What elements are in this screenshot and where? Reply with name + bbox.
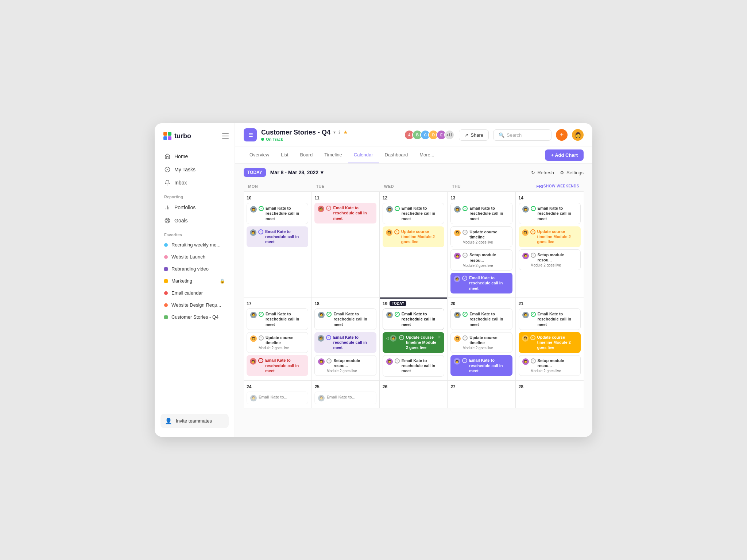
task-card[interactable]: 🧑 ✓ Update course timeline Module 2 goes… [519,332,581,353]
hamburger-icon[interactable] [222,133,229,139]
on-track-status: On Track [261,137,348,141]
sidebar-item-fav5[interactable]: Email calendar [160,287,229,299]
task-avatar: 🧑 [250,206,257,213]
task-card[interactable]: 🧑 ✓ Email Kate to reschedule call in mee… [450,308,512,330]
sidebar-item-inbox[interactable]: Inbox [160,176,229,189]
logo-square-3 [163,136,167,140]
cal-cell-14: 14 🧑 ✓ Email Kate to reschedule call in … [516,192,584,297]
add-chart-button[interactable]: + Add Chart [545,149,584,161]
task-card[interactable]: 🧑 ✓ Email Kate to reschedule call in mee… [247,355,308,376]
task-avatar: 🧑 [454,335,461,342]
task-check-icon: ✓ [462,276,467,281]
task-card[interactable]: 🧑 ○ Update course timeline Module 2 goes… [450,226,512,248]
share-button[interactable]: ↗ Share [459,129,489,141]
cal-cell-21: 21 🧑 ✓ Email Kate to reschedule call in … [516,298,584,380]
reporting-label: Reporting [164,195,225,199]
task-card[interactable]: 🧑 ○ Setup module resou... Module 2 goes … [314,355,376,376]
task-avatar: 🧑 [454,206,461,213]
task-text: Setup module resou... [469,252,508,263]
sidebar-item-fav3[interactable]: Rebranding video [160,263,229,275]
task-card[interactable]: 🧑 ✓ Update course timeline Module 2 goes… [450,332,512,353]
task-card[interactable]: 🧑 ✓ Email Kate to reschedule call in mee… [450,203,512,224]
task-card[interactable]: 🧑 ✓ Update course timeline Module 2 goes… [383,226,444,247]
logo-icon [163,132,171,140]
task-card[interactable]: 🧑 ○ Update course timeline Module 2 goes… [247,332,308,353]
sidebar-item-my-tasks[interactable]: My Tasks [160,163,229,176]
task-card[interactable]: 🧑 ✓ Email Kate to reschedule call in mee… [314,332,376,353]
project-icon-button[interactable] [244,128,257,141]
favorites-nav: Recruiting weekly me... Website Launch R… [160,239,229,323]
show-weekends-button[interactable]: FRIShow weekends [516,181,584,191]
task-card[interactable]: 🧑 ○ Email Kate to reschedule call in mee… [383,355,444,377]
sidebar-item-home[interactable]: Home [160,150,229,163]
tab-list[interactable]: List [275,147,294,163]
sidebar-item-fav1[interactable]: Recruiting weekly me... [160,239,229,250]
tab-board[interactable]: Board [294,147,318,163]
chevron-down-icon[interactable]: ▾ [333,130,336,135]
task-check-icon: ✓ [462,206,468,211]
date-range[interactable]: Mar 8 - Mar 28, 2022 ▾ [270,170,323,175]
tab-overview[interactable]: Overview [244,147,275,163]
invite-teammates-button[interactable]: 👤 Invite teammates [160,414,229,428]
cal-cell-17: 17 🧑 ✓ Email Kate to reschedule call in … [244,298,311,380]
settings-icon: ⚙ [560,170,564,175]
task-check-icon: ✓ [259,312,264,317]
star-icon[interactable]: ★ [343,129,348,135]
logo-square-2 [168,132,171,136]
cal-cell-26: 26 [380,381,448,408]
task-card[interactable]: 🧑 ✓ Email Kate to reschedule call in mee… [383,203,444,224]
tab-calendar[interactable]: Calendar [348,147,379,163]
task-card[interactable]: 🧑 Email Kate to... [247,392,308,404]
tab-more[interactable]: More... [414,147,440,163]
tab-dashboard[interactable]: Dashboard [379,147,414,163]
task-avatar: 🧑 [454,253,461,259]
task-card[interactable]: 🧑 ○ Setup module resou... Module 2 goes … [519,355,581,376]
sidebar-item-fav6[interactable]: Website Design Requ... [160,299,229,311]
sidebar-item-portfolios[interactable]: Portfolios [160,201,229,214]
task-card[interactable]: 🧑 ○ Setup module resou... Module 2 goes … [519,249,581,271]
cal-cell-10: 10 🧑 ✓ Email Kate to reschedule call in … [244,192,311,297]
task-card[interactable]: 🧑 Email Kate to... [314,392,376,404]
project-title: Customer Stories - Q4 [261,129,330,136]
settings-button[interactable]: ⚙ Settings [560,170,584,175]
task-avatar: 🧑 [522,312,529,318]
add-button[interactable]: + [556,129,568,141]
task-card[interactable]: 🧑 ✓ Email Kate to reschedule call in mee… [519,203,581,224]
cal-cell-24: 24 🧑 Email Kate to... [244,381,311,408]
task-avatar: 🧑 [522,206,529,213]
task-check-icon: ○ [530,229,535,234]
task-card[interactable]: 🧑 ✓ Email Kate to reschedule call in mee… [314,308,376,330]
today-button[interactable]: TODAY [244,168,266,177]
task-card[interactable]: 🧑 ✓ Email Kate to reschedule call in mee… [247,308,308,330]
sidebar-item-fav4[interactable]: Marketing 🔒 [160,275,229,287]
task-text: Email Kate to reschedule call in meet [333,311,372,327]
sidebar-item-fav7[interactable]: Customer Stories - Q4 [160,311,229,323]
task-card[interactable]: 🧑 ○ Setup module resou... Module 2 goes … [450,249,512,271]
search-input[interactable]: 🔍 Search [493,129,551,141]
task-card[interactable]: 🧑 ✓ Email Kate to reschedule call in mee… [450,355,512,376]
task-card[interactable]: 🧑 ○ Update course timeline Module 2 goes… [519,226,581,247]
info-icon: ℹ [338,130,340,135]
tabs-bar: Overview List Board Timeline Calendar Da… [235,147,592,164]
user-avatar[interactable]: 👩 [572,129,584,141]
task-card[interactable]: 🧑 ✓ Email Kate to reschedule call in mee… [383,308,444,330]
sidebar-item-goals[interactable]: Goals [160,214,229,227]
task-card[interactable]: ◁ 🧑 ✓ Update course timeline Module 2 go… [383,332,444,353]
task-check-icon: ✓ [531,206,536,211]
task-check-icon: ○ [462,230,468,235]
task-sub-text: Module 2 goes live [454,240,508,244]
show-weekends-link[interactable]: Show weekends [543,184,579,188]
tab-timeline[interactable]: Timeline [318,147,348,163]
task-check-icon: ✓ [258,358,263,363]
sidebar-item-fav2[interactable]: Website Launch [160,251,229,262]
task-card[interactable]: 🧑 ✓ Email Kate to reschedule call in mee… [314,203,376,223]
task-card[interactable]: 🧑 ✓ Email Kate to reschedule call in mee… [519,308,581,330]
refresh-button[interactable]: ↻ Refresh [531,170,554,175]
topbar-right: A B C D E +11 ↗ Share 🔍 Search + 👩 [404,129,584,141]
day-header-thu: THU [448,181,515,191]
task-card[interactable]: 🧑 ✓ Email Kate to reschedule call in mee… [247,226,308,247]
fav-dot-7 [164,315,168,319]
task-text: Update course timeline [469,335,508,346]
task-card[interactable]: 🧑 ✓ Email Kate to reschedule call in mee… [450,273,512,293]
task-card[interactable]: 🧑 ✓ Email Kate to reschedule call in mee… [247,203,308,224]
